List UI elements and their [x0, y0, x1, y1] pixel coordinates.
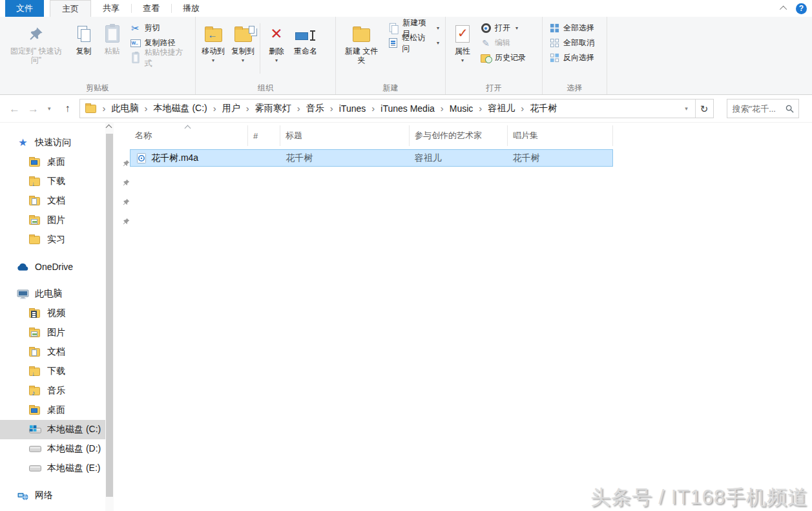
sidebar-item-local-disk-e[interactable]: 本地磁盘 (E:)	[0, 459, 105, 478]
audio-file-icon	[136, 153, 147, 163]
sidebar-item-pictures[interactable]: 图片	[0, 323, 105, 342]
column-header-track[interactable]: #	[248, 125, 280, 146]
cut-button[interactable]: 剪切	[127, 21, 193, 36]
easy-access-button[interactable]: 轻松访问	[384, 36, 442, 50]
properties-button[interactable]: 属性	[448, 19, 477, 65]
paste-shortcut-button[interactable]: 粘贴快捷方式	[127, 50, 193, 65]
help-icon[interactable]: ?	[796, 3, 807, 14]
open-button[interactable]: 打开	[477, 21, 529, 36]
address-dropdown-icon[interactable]	[678, 99, 695, 118]
search-box[interactable]	[727, 99, 799, 118]
address-box[interactable]: 此电脑 本地磁盘 (C:) 用户 雾雨寒灯 音乐 iTunes iTunes M…	[79, 99, 714, 118]
sidebar-item-this-pc[interactable]: 此电脑	[0, 284, 105, 304]
tab-share[interactable]: 共享	[91, 0, 131, 17]
breadcrumb-item[interactable]: 用户	[220, 103, 242, 114]
file-row-selected[interactable]: 花千树.m4a 花千树 容祖儿 花千树	[130, 149, 613, 167]
column-header-artist[interactable]: 参与创作的艺术家	[410, 125, 508, 146]
sidebar-item-label: 图片	[47, 327, 65, 339]
copy-to-icon	[234, 22, 252, 45]
rename-button[interactable]: 重命名	[291, 19, 320, 56]
sidebar-item-onedrive[interactable]: OneDrive	[0, 257, 105, 276]
select-none-button[interactable]: 全部取消	[545, 36, 598, 50]
ribbon-group-clipboard: 固定到" 快速访问" 复制 粘贴 剪切 复制路径	[0, 17, 196, 94]
history-button[interactable]: 历史记录	[477, 50, 529, 65]
file-album-cell: 花千树	[507, 152, 612, 164]
sidebar-item-desktop-pinned[interactable]: 桌面	[0, 152, 105, 172]
sidebar-item-local-disk-d[interactable]: 本地磁盘 (D:)	[0, 439, 105, 459]
new-folder-button[interactable]: 新建 文件夹	[338, 19, 384, 65]
sidebar-item-label: OneDrive	[35, 262, 73, 272]
tab-home[interactable]: 主页	[50, 0, 91, 17]
sidebar-item-documents[interactable]: 文档	[0, 342, 105, 362]
sidebar-item-local-disk-c[interactable]: 本地磁盘 (C:)	[0, 420, 105, 439]
move-to-button[interactable]: 移动到	[198, 19, 228, 65]
breadcrumb-item[interactable]: 本地磁盘 (C:)	[152, 103, 209, 114]
history-icon	[480, 54, 492, 62]
pin-to-quick-access-button[interactable]: 固定到" 快速访问"	[3, 19, 70, 65]
select-none-icon	[548, 38, 560, 48]
move-to-icon	[205, 22, 222, 45]
breadcrumb-item[interactable]: iTunes Media	[379, 103, 437, 114]
copy-to-button[interactable]: 复制到	[228, 19, 258, 65]
breadcrumb-separator-icon	[99, 103, 110, 114]
edit-button[interactable]: 编辑	[477, 36, 529, 50]
copy-label: 复制	[76, 47, 92, 56]
breadcrumb-item[interactable]: Music	[448, 103, 475, 114]
scroll-up-icon[interactable]	[106, 125, 112, 131]
back-icon[interactable]	[9, 103, 20, 114]
sidebar-item-label: 下载	[47, 176, 65, 187]
breadcrumb-item[interactable]: 雾雨寒灯	[253, 103, 293, 114]
file-list-pane: 名称 # 标题 参与创作的艺术家 唱片集 花千树.m4a 花千树 容祖儿 花千树	[114, 123, 812, 511]
refresh-icon[interactable]	[695, 99, 713, 118]
column-header-album[interactable]: 唱片集	[508, 125, 613, 146]
breadcrumb-item[interactable]: 音乐	[304, 103, 326, 114]
select-none-label: 全部取消	[563, 37, 594, 48]
disk-icon	[29, 463, 41, 474]
downloads-folder-icon	[29, 366, 41, 377]
watermark: 头条号 / IT168手机频道	[590, 484, 808, 511]
up-icon[interactable]	[65, 103, 70, 114]
music-folder-icon	[29, 386, 41, 396]
icon-overlay	[208, 30, 218, 39]
sidebar-item-label: 桌面	[47, 156, 65, 168]
sidebar-item-videos[interactable]: 视频	[0, 304, 105, 323]
sidebar-item-downloads[interactable]: 下载	[0, 362, 105, 381]
sidebar-item-downloads-pinned[interactable]: 下载	[0, 172, 105, 191]
sidebar-item-label: 文档	[47, 195, 65, 207]
copy-button[interactable]: 复制	[70, 19, 98, 56]
sidebar-item-shixi[interactable]: 实习	[0, 230, 105, 249]
delete-button[interactable]: 删除	[262, 19, 291, 65]
sidebar-item-pictures-pinned[interactable]: 图片	[0, 211, 105, 230]
sidebar-item-label: 视频	[47, 308, 65, 319]
sidebar-item-network[interactable]: 网络	[0, 486, 105, 505]
desktop-folder-icon	[29, 157, 41, 167]
current-folder-icon	[85, 105, 96, 113]
tab-play[interactable]: 播放	[171, 0, 211, 17]
sidebar-item-quick-access[interactable]: 快速访问	[0, 133, 105, 152]
edit-label: 编辑	[495, 37, 510, 48]
breadcrumb-separator-icon	[242, 103, 253, 114]
breadcrumb-item[interactable]: 此电脑	[110, 103, 141, 114]
recent-locations-icon[interactable]	[48, 106, 51, 112]
sidebar-scrollbar[interactable]	[105, 123, 114, 511]
invert-selection-button[interactable]: 反向选择	[545, 50, 598, 65]
select-all-button[interactable]: 全部选择	[545, 21, 598, 36]
breadcrumb-item[interactable]: iTunes	[337, 103, 368, 114]
content-area: 快速访问 桌面 下载 文档 图片	[0, 123, 812, 511]
paste-button[interactable]: 粘贴	[98, 19, 127, 56]
ribbon-tab-bar: 文件 主页 共享 查看 播放 ?	[0, 0, 812, 17]
sidebar-item-documents-pinned[interactable]: 文档	[0, 191, 105, 211]
tab-view[interactable]: 查看	[131, 0, 171, 17]
tab-file[interactable]: 文件	[5, 0, 44, 17]
breadcrumb-item[interactable]: 花千树	[528, 103, 559, 114]
scrollbar-thumb[interactable]	[106, 134, 113, 497]
new-folder-icon	[353, 22, 370, 45]
search-input[interactable]	[727, 104, 786, 114]
sidebar-item-desktop[interactable]: 桌面	[0, 401, 105, 420]
breadcrumb: 此电脑 本地磁盘 (C:) 用户 雾雨寒灯 音乐 iTunes iTunes M…	[99, 103, 678, 114]
sidebar-item-music[interactable]: 音乐	[0, 381, 105, 401]
breadcrumb-item[interactable]: 容祖儿	[486, 103, 517, 114]
column-header-title[interactable]: 标题	[280, 125, 410, 146]
forward-icon[interactable]	[28, 103, 39, 114]
minimize-ribbon-icon[interactable]	[780, 6, 787, 13]
